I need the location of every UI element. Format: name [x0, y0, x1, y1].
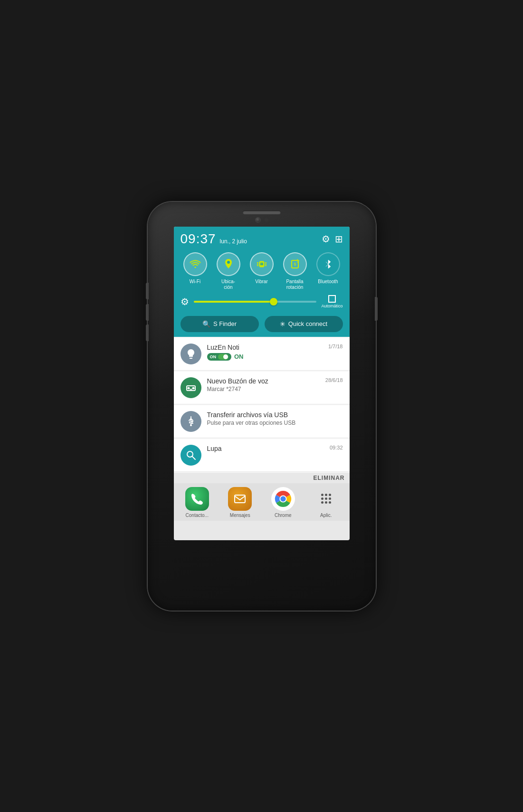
- wifi-icon: [189, 258, 201, 270]
- brightness-row: ⚙ Automático: [174, 293, 350, 312]
- on-toggle-row: ON ON: [207, 353, 343, 361]
- brightness-track: [194, 301, 317, 303]
- location-label: Ubica-ción: [221, 279, 235, 290]
- quick-settings-row: Wi-Fi Ubica-ción: [174, 249, 350, 293]
- power-button[interactable]: [375, 297, 378, 321]
- qs-bluetooth[interactable]: Bluetooth: [316, 252, 340, 290]
- lupa-top-row: Lupa 09:32: [207, 445, 343, 452]
- usb-avatar: [181, 411, 201, 432]
- eliminar-row: ELIMINAR: [174, 473, 350, 483]
- settings-icon[interactable]: ⚙: [322, 233, 330, 245]
- voicemail-top-row: Nuevo Buzón de voz 28/6/18: [207, 377, 343, 385]
- dock-messages[interactable]: Mensajes: [228, 487, 252, 518]
- rotation-icon-circle: 5: [283, 252, 307, 276]
- voicemail-time: 28/6/18: [325, 377, 343, 383]
- sfinder-button[interactable]: 🔍 S Finder: [181, 316, 259, 332]
- luzen-content: LuzEn Noti 1/7/18 ON ON: [207, 344, 343, 361]
- time-display: 09:37 lun., 2 julio: [181, 231, 247, 247]
- messages-label: Mensajes: [230, 513, 250, 518]
- qs-wifi[interactable]: Wi-Fi: [183, 252, 207, 290]
- phone-speaker: [243, 210, 281, 214]
- luzen-time: 1/7/18: [328, 344, 343, 349]
- luzen-avatar: [181, 344, 201, 364]
- qs-rotation[interactable]: 5 Pantallarotación: [283, 252, 307, 290]
- quickconnect-label: Quick connect: [288, 320, 327, 327]
- dock-contacts[interactable]: Contacto...: [185, 487, 209, 518]
- dock-chrome[interactable]: Chrome: [271, 487, 295, 518]
- auto-checkbox[interactable]: [328, 295, 336, 303]
- svg-line-23: [192, 457, 195, 459]
- vibrate-icon-circle: [250, 252, 274, 276]
- front-camera: [255, 217, 261, 223]
- notification-voicemail[interactable]: Nuevo Buzón de voz 28/6/18 Marcar *2747: [174, 372, 350, 404]
- phone-device: 09:37 lun., 2 julio ⚙ ⊞: [148, 202, 376, 611]
- apps-icon-area: [314, 487, 338, 511]
- apps-label: Aplic.: [320, 513, 332, 518]
- voicemail-title: Nuevo Buzón de voz: [207, 377, 268, 385]
- wifi-icon-circle: [183, 252, 207, 276]
- brightness-fill: [194, 301, 274, 303]
- phone-top-bar: [255, 217, 268, 223]
- notification-panel: 09:37 lun., 2 julio ⚙ ⊞: [174, 227, 350, 337]
- bluetooth-icon: [323, 258, 334, 270]
- eliminar-button[interactable]: ELIMINAR: [314, 475, 345, 481]
- svg-point-14: [192, 387, 194, 389]
- on-small-label: ON: [210, 354, 217, 359]
- svg-point-27: [280, 496, 285, 501]
- notification-luzen[interactable]: LuzEn Noti 1/7/18 ON ON: [174, 338, 350, 371]
- lupa-title: Lupa: [207, 445, 222, 452]
- notification-list: LuzEn Noti 1/7/18 ON ON: [174, 337, 350, 483]
- usb-top-row: Transferir archivos vía USB: [207, 411, 343, 419]
- date: lun., 2 julio: [220, 238, 247, 245]
- usb-title: Transferir archivos vía USB: [207, 411, 288, 419]
- action-buttons-row: 🔍 S Finder ✳ Quick connect: [174, 312, 350, 337]
- mail-icon: [233, 492, 247, 506]
- luzen-title: LuzEn Noti: [207, 344, 239, 351]
- contacts-icon-circle: [185, 487, 209, 511]
- location-icon-circle: [217, 252, 240, 276]
- bluetooth-icon-circle: [316, 252, 340, 276]
- svg-point-16: [190, 424, 192, 426]
- lupa-content: Lupa 09:32: [207, 445, 343, 453]
- qs-vibrate[interactable]: Vibrar: [250, 252, 274, 290]
- lupa-time: 09:32: [330, 445, 343, 450]
- camera-button[interactable]: [146, 325, 149, 341]
- rotation-icon: 5: [289, 258, 301, 270]
- volume-up-button[interactable]: [146, 283, 149, 299]
- phone-icon: [190, 492, 204, 506]
- brightness-icon: ⚙: [181, 296, 189, 307]
- svg-rect-24: [235, 495, 245, 503]
- on-toggle-switch[interactable]: ON: [207, 353, 232, 361]
- usb-body: Pulse para ver otras opciones USB: [207, 420, 343, 426]
- wifi-label: Wi-Fi: [190, 279, 200, 285]
- voicemail-icon: [185, 382, 197, 393]
- messages-icon-circle: [228, 487, 252, 511]
- dock: Contacto... Mensajes: [174, 483, 350, 521]
- quickconnect-button[interactable]: ✳ Quick connect: [265, 316, 343, 332]
- svg-point-13: [187, 387, 190, 389]
- toggle-switch-visual: [218, 354, 228, 360]
- notification-lupa[interactable]: Lupa 09:32: [174, 439, 350, 472]
- chrome-icon: [274, 490, 292, 508]
- voicemail-avatar: [181, 377, 201, 398]
- search-icon: [186, 450, 196, 460]
- voicemail-content: Nuevo Buzón de voz 28/6/18 Marcar *2747: [207, 377, 343, 392]
- apps-dots-icon: [321, 494, 331, 504]
- volume-down-button[interactable]: [146, 304, 149, 321]
- notification-usb[interactable]: Transferir archivos vía USB Pulse para v…: [174, 405, 350, 438]
- sfinder-label: S Finder: [213, 320, 237, 327]
- chrome-label: Chrome: [275, 513, 292, 518]
- grid-icon[interactable]: ⊞: [335, 233, 343, 245]
- brightness-slider[interactable]: [194, 301, 317, 303]
- bluetooth-label: Bluetooth: [318, 279, 338, 285]
- contacts-label: Contacto...: [186, 513, 209, 518]
- qs-location[interactable]: Ubica-ción: [217, 252, 240, 290]
- usb-content: Transferir archivos vía USB Pulse para v…: [207, 411, 343, 426]
- lightbulb-icon: [185, 348, 197, 360]
- clock: 09:37: [181, 231, 216, 247]
- auto-brightness-label: Automático: [321, 304, 342, 308]
- auto-brightness[interactable]: Automático: [321, 295, 342, 308]
- dock-apps[interactable]: Aplic.: [314, 487, 338, 518]
- sfinder-icon: 🔍: [202, 320, 210, 328]
- quickconnect-icon: ✳: [280, 320, 285, 328]
